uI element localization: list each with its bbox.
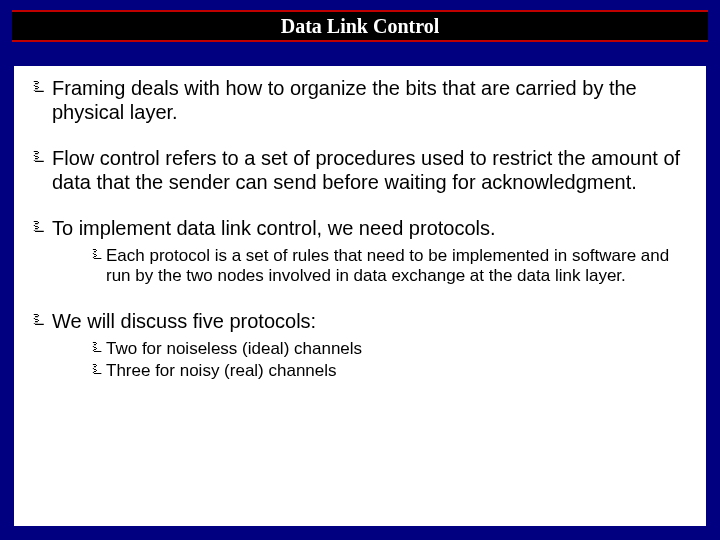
bullet-text: To implement data link control, we need …	[52, 216, 692, 240]
sub-bullet-text: Three for noisy (real) channels	[106, 361, 692, 381]
title-bar: Data Link Control	[12, 10, 708, 42]
bullet-icon: ౾	[88, 339, 106, 359]
sub-bullet-item: ౾ Two for noiseless (ideal) channels	[88, 339, 692, 359]
bullet-icon: ౾	[88, 361, 106, 381]
slide-content: ౾ Framing deals with how to organize the…	[12, 64, 708, 528]
bullet-item: ౾ Framing deals with how to organize the…	[28, 76, 692, 124]
sub-bullet-text: Each protocol is a set of rules that nee…	[106, 246, 692, 287]
slide-title: Data Link Control	[281, 15, 440, 38]
bullet-icon: ౾	[28, 146, 52, 170]
sub-bullet-group: ౾ Each protocol is a set of rules that n…	[88, 246, 692, 287]
bullet-text: Flow control refers to a set of procedur…	[52, 146, 692, 194]
bullet-item: ౾ To implement data link control, we nee…	[28, 216, 692, 240]
bullet-item: ౾ We will discuss five protocols:	[28, 309, 692, 333]
bullet-item: ౾ Flow control refers to a set of proced…	[28, 146, 692, 194]
sub-bullet-item: ౾ Each protocol is a set of rules that n…	[88, 246, 692, 287]
bullet-icon: ౾	[88, 246, 106, 266]
sub-bullet-text: Two for noiseless (ideal) channels	[106, 339, 692, 359]
bullet-icon: ౾	[28, 216, 52, 240]
sub-bullet-item: ౾ Three for noisy (real) channels	[88, 361, 692, 381]
bullet-icon: ౾	[28, 76, 52, 100]
sub-bullet-group: ౾ Two for noiseless (ideal) channels ౾ T…	[88, 339, 692, 382]
bullet-icon: ౾	[28, 309, 52, 333]
bullet-text: Framing deals with how to organize the b…	[52, 76, 692, 124]
bullet-text: We will discuss five protocols:	[52, 309, 692, 333]
slide: Data Link Control ౾ Framing deals with h…	[0, 0, 720, 540]
